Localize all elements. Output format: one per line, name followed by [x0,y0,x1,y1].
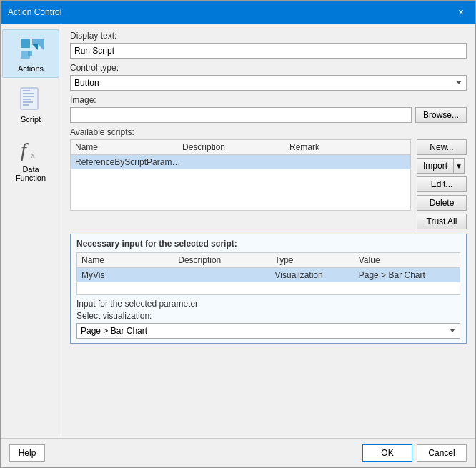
input-col-description: Description [178,255,274,265]
title-bar: Action Control × [1,1,475,24]
new-button[interactable]: New... [417,139,467,155]
script-icon [16,85,45,114]
delete-button[interactable]: Delete [417,195,467,211]
trust-all-button[interactable]: Trust All [417,214,467,229]
param-section-title: Input for the selected parameter [76,299,460,309]
display-text-group: Display text: [70,31,467,59]
image-row: Browse... [70,107,467,123]
image-input[interactable] [70,107,412,123]
scripts-section: Name Description Remark ReferenceByScrip… [70,139,467,229]
svg-rect-10 [23,101,33,103]
import-dropdown-button[interactable]: ▼ [453,158,465,174]
help-button[interactable]: Help [9,444,45,462]
sidebar-label-script: Script [21,115,41,124]
sidebar: Actions Script [1,24,61,438]
import-button-container: Import ▼ [417,158,467,174]
svg-rect-8 [23,96,34,97]
scripts-col-description: Description [182,142,289,152]
action-control-window: Action Control × Action [0,0,476,468]
input-col-name: Name [81,255,178,265]
input-col-value: Value [359,255,455,265]
scripts-right: New... Import ▼ Edit... Delete Trust All [417,139,467,229]
input-desc-cell [178,270,274,280]
actions-icon [16,34,45,63]
input-col-type: Type [275,255,359,265]
input-table-row[interactable]: MyVis Visualization Page > Bar Chart [77,268,460,282]
image-label: Image: [70,95,467,105]
scripts-col-name: Name [75,142,182,152]
main-panel: Display text: Control type: Button Link … [61,24,475,438]
cancel-button[interactable]: Cancel [417,444,467,462]
scripts-table: Name Description Remark ReferenceByScrip… [70,139,411,211]
svg-text:x: x [31,150,35,160]
scripts-left: Name Description Remark ReferenceByScrip… [70,139,411,229]
import-button[interactable]: Import [417,158,453,174]
display-text-label: Display text: [70,31,467,41]
close-button[interactable]: × [454,5,468,19]
sidebar-item-data-function[interactable]: f x Data Function [2,131,59,186]
svg-text:f: f [21,139,29,161]
display-text-input[interactable] [70,43,467,59]
script-remark-cell [289,157,397,167]
scripts-col-remark: Remark [289,142,397,152]
script-name-cell: ReferenceByScriptParameter [75,157,182,167]
input-section: Necessary input for the selected script:… [70,234,467,344]
control-type-select[interactable]: Button Link Image [70,75,467,91]
edit-button[interactable]: Edit... [417,176,467,192]
svg-rect-7 [23,93,34,94]
image-group: Image: Browse... [70,95,467,123]
ok-button[interactable]: OK [362,444,412,462]
input-value-cell: Page > Bar Chart [359,270,455,280]
window-title: Action Control [8,7,61,17]
footer: Help OK Cancel [1,438,475,467]
input-table-header: Name Description Type Value [77,253,460,268]
svg-marker-4 [28,51,32,56]
window-body: Actions Script [1,24,475,438]
select-vis-dropdown[interactable]: Page > Bar Chart [76,323,460,339]
svg-rect-0 [21,39,30,48]
data-function-icon: f x [16,135,45,164]
available-scripts-group: Available scripts: Name Description Rema… [70,127,467,229]
svg-rect-11 [23,104,29,106]
svg-marker-2 [32,44,38,50]
svg-rect-9 [23,99,31,100]
sidebar-label-data-function: Data Function [9,165,52,182]
select-vis-group: Input for the selected parameter Select … [76,299,460,339]
footer-right: OK Cancel [362,444,467,462]
sidebar-label-actions: Actions [18,64,44,73]
input-name-cell: MyVis [81,270,178,280]
sidebar-item-script[interactable]: Script [2,81,59,128]
control-type-label: Control type: [70,63,467,73]
select-vis-label: Select visualization: [76,311,460,321]
scripts-table-header: Name Description Remark [71,140,410,155]
control-type-group: Control type: Button Link Image [70,63,467,91]
sidebar-item-actions[interactable]: Actions [2,29,59,78]
svg-rect-6 [23,90,30,91]
browse-button[interactable]: Browse... [415,107,467,123]
input-table: Name Description Type Value MyVis Visual… [76,252,460,295]
table-row[interactable]: ReferenceByScriptParameter [71,155,410,169]
input-section-title: Necessary input for the selected script: [76,239,460,249]
available-scripts-label: Available scripts: [70,127,467,137]
input-type-cell: Visualization [275,270,359,280]
script-desc-cell [182,157,289,167]
